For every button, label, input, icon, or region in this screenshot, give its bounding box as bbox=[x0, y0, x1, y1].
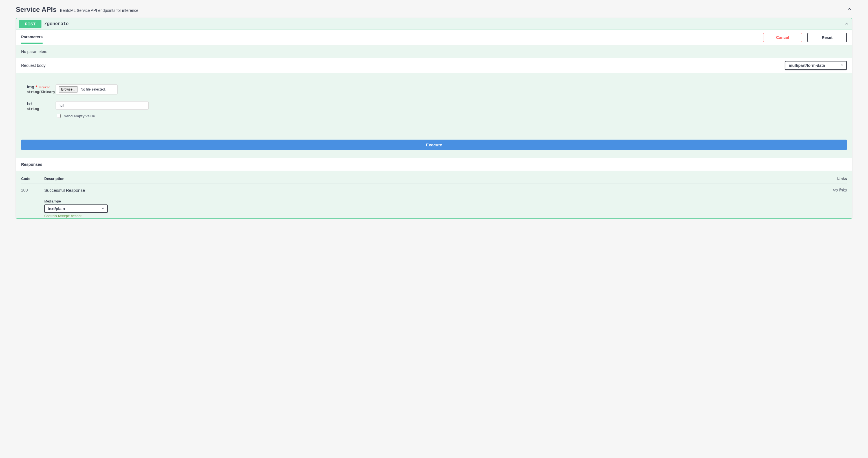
send-empty-checkbox[interactable] bbox=[57, 114, 61, 118]
http-method-badge: POST bbox=[19, 20, 41, 28]
section-collapse-toggle[interactable] bbox=[846, 6, 852, 13]
opblock-collapse-toggle[interactable] bbox=[844, 21, 849, 27]
section-description: BentoML Service API endpoints for infere… bbox=[60, 8, 140, 13]
execute-button[interactable]: Execute bbox=[21, 140, 847, 150]
param-name-txt: txt bbox=[27, 101, 52, 106]
txt-input[interactable] bbox=[56, 101, 149, 110]
param-type-txt: string bbox=[27, 107, 52, 111]
parameters-header: Parameters Cancel Reset bbox=[16, 30, 852, 45]
col-header-links: Links bbox=[824, 177, 847, 181]
response-description: Successful Response bbox=[44, 188, 824, 193]
request-body-form: img * required string($binary) Browse...… bbox=[16, 73, 852, 158]
media-type-label: Media type bbox=[44, 200, 824, 203]
op-path: /generate bbox=[44, 22, 68, 27]
media-type-select[interactable]: text/plain bbox=[44, 205, 108, 213]
chevron-up-icon bbox=[844, 23, 849, 27]
browse-button[interactable]: Browse... bbox=[59, 86, 78, 92]
param-name-img: img * required bbox=[27, 84, 52, 89]
col-header-description: Description bbox=[44, 177, 824, 181]
controls-accept-hint: Controls Accept header. bbox=[44, 214, 824, 218]
responses-header: Responses bbox=[16, 158, 852, 171]
request-body-label: Request body bbox=[21, 63, 45, 68]
content-type-select[interactable]: multipart/form-data bbox=[785, 61, 847, 70]
response-row-200: 200 Successful Response Media type text/… bbox=[21, 184, 847, 218]
opblock-summary[interactable]: POST /generate bbox=[16, 18, 852, 30]
responses-table: Code Description Links 200 Successful Re… bbox=[16, 171, 852, 218]
send-empty-label[interactable]: Send empty value bbox=[64, 114, 95, 118]
file-input-img[interactable]: Browse... No file selected. bbox=[56, 84, 118, 94]
opblock-generate: POST /generate Parameters Cancel Reset N… bbox=[16, 18, 852, 219]
required-label: required bbox=[39, 86, 50, 89]
cancel-button[interactable]: Cancel bbox=[763, 33, 802, 42]
chevron-up-icon bbox=[846, 8, 852, 13]
col-header-code: Code bbox=[21, 177, 44, 181]
tab-parameters[interactable]: Parameters bbox=[21, 31, 42, 44]
file-status-text: No file selected. bbox=[81, 87, 106, 91]
request-body-header: Request body multipart/form-data bbox=[16, 58, 852, 73]
reset-button[interactable]: Reset bbox=[807, 33, 847, 42]
param-type-img: string($binary) bbox=[27, 90, 52, 94]
response-code: 200 bbox=[21, 188, 44, 218]
section-title: Service APIs bbox=[16, 6, 57, 13]
section-header: Service APIs BentoML Service API endpoin… bbox=[16, 6, 852, 16]
param-row-txt: txt string Send empty value bbox=[21, 101, 847, 119]
param-row-img: img * required string($binary) Browse...… bbox=[21, 84, 847, 94]
no-parameters-text: No parameters bbox=[16, 45, 852, 58]
required-star-icon: * bbox=[35, 84, 37, 89]
response-links: No links bbox=[824, 188, 847, 218]
